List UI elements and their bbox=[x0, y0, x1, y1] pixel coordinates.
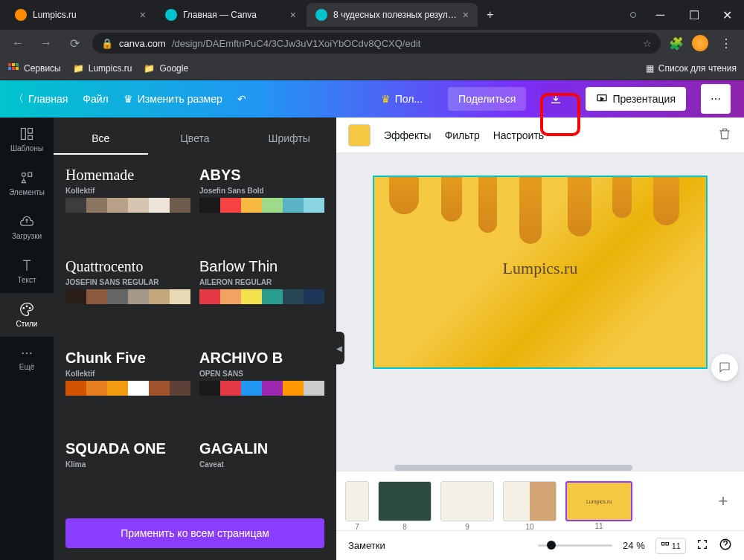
home-button[interactable]: 〈 Главная bbox=[13, 92, 68, 106]
star-icon[interactable]: ☆ bbox=[643, 38, 652, 49]
page-count: 11 bbox=[672, 541, 681, 550]
pages-thumbnails-strip: 7 8 9 10 Lumpics.ru11 + bbox=[336, 471, 744, 530]
canva-top-bar: 〈 Главная Файл ♛ Изменить размер ↶ ♛ Пол… bbox=[0, 80, 744, 118]
forward-button[interactable]: → bbox=[36, 33, 57, 54]
bookmark-lumpics[interactable]: 📁 Lumpics.ru bbox=[73, 63, 132, 74]
filter-button[interactable]: Фильтр bbox=[445, 129, 480, 141]
extensions-icon[interactable]: 🧩 bbox=[668, 35, 684, 51]
apps-icon bbox=[7, 62, 19, 74]
browser-tab-0[interactable]: Lumpics.ru × bbox=[6, 3, 155, 27]
style-card-2[interactable]: QuattrocentoJOSEFIN SANS REGULAR bbox=[65, 258, 190, 341]
reload-button[interactable]: ⟳ bbox=[64, 33, 85, 54]
fill-color-swatch[interactable] bbox=[348, 124, 371, 147]
zoom-value[interactable]: 24 % bbox=[623, 540, 645, 551]
page-thumb-10[interactable]: 10 bbox=[503, 481, 557, 521]
new-tab-button[interactable]: + bbox=[479, 5, 501, 25]
browser-tab-1[interactable]: Главная — Canva × bbox=[156, 3, 305, 27]
maximize-button[interactable]: ☐ bbox=[677, 0, 711, 30]
share-button[interactable]: Поделиться bbox=[448, 87, 526, 111]
list-icon: ▦ bbox=[646, 63, 654, 74]
close-icon[interactable]: × bbox=[290, 9, 296, 21]
horizontal-scrollbar[interactable] bbox=[357, 465, 731, 472]
effects-button[interactable]: Эффекты bbox=[384, 129, 432, 141]
tab-title: Lumpics.ru bbox=[33, 10, 134, 20]
bookmark-services[interactable]: Сервисы bbox=[7, 62, 61, 74]
page-number: 7 bbox=[355, 523, 359, 531]
sidebar-item-templates[interactable]: Шаблоны bbox=[0, 118, 54, 161]
page-thumb-9[interactable]: 9 bbox=[440, 481, 494, 521]
apply-all-button[interactable]: Применить ко всем страницам bbox=[65, 518, 324, 548]
tab-colors[interactable]: Цвета bbox=[148, 123, 243, 155]
design-page[interactable]: Lumpics.ru bbox=[373, 176, 708, 369]
style-card-5[interactable]: ARCHIVO BOPEN SANS bbox=[199, 350, 324, 432]
more-context-button[interactable]: ⋯ bbox=[557, 129, 568, 141]
tab-fonts[interactable]: Шрифты bbox=[242, 123, 336, 155]
comment-button[interactable] bbox=[711, 354, 738, 381]
bookmark-google[interactable]: 📁 Google bbox=[144, 63, 188, 74]
style-title: Barlow Thin bbox=[199, 258, 324, 275]
folder-icon: 📁 bbox=[73, 63, 84, 74]
address-bar[interactable]: 🔒 canva.com/design/DAEmftnPuC4/3CJw3uV1X… bbox=[92, 33, 661, 54]
sidebar-item-more[interactable]: ⋯ Ещё bbox=[0, 337, 54, 380]
style-card-7[interactable]: GAGALINCaveat bbox=[199, 440, 324, 505]
back-button[interactable]: ← bbox=[7, 33, 28, 54]
style-card-3[interactable]: Barlow ThinAILERON REGULAR bbox=[199, 258, 324, 341]
color-strip bbox=[65, 289, 190, 304]
style-title: Homemade bbox=[65, 167, 190, 184]
sidebar-item-text[interactable]: Текст bbox=[0, 249, 54, 293]
browser-tab-2[interactable]: 8 чудесных полезных результа × bbox=[307, 3, 478, 27]
style-title: Chunk Five bbox=[65, 350, 190, 367]
profile-avatar[interactable] bbox=[692, 35, 708, 51]
zoom-slider[interactable] bbox=[538, 544, 612, 547]
resize-button[interactable]: ♛ Изменить размер bbox=[124, 93, 222, 105]
close-icon[interactable]: × bbox=[140, 9, 146, 21]
adjust-button[interactable]: Настроить bbox=[493, 129, 544, 141]
lock-icon: 🔒 bbox=[101, 38, 113, 49]
sidebar-item-elements[interactable]: Элементы bbox=[0, 161, 54, 205]
scrollbar-thumb[interactable] bbox=[394, 465, 632, 471]
more-options-button[interactable]: ⋯ bbox=[701, 84, 731, 114]
trash-icon bbox=[717, 126, 732, 141]
svg-rect-11 bbox=[28, 173, 32, 176]
fullscreen-button[interactable] bbox=[696, 538, 708, 553]
style-subtitle: AILERON REGULAR bbox=[199, 278, 324, 286]
file-menu[interactable]: Файл bbox=[83, 93, 108, 105]
style-card-0[interactable]: HomemadeKollektif bbox=[65, 167, 190, 249]
undo-button[interactable]: ↶ bbox=[237, 93, 246, 105]
page-count-button[interactable]: 11 bbox=[655, 538, 686, 554]
present-icon bbox=[596, 93, 608, 105]
close-button[interactable]: ✕ bbox=[711, 0, 744, 30]
tab-search-icon[interactable] bbox=[630, 12, 636, 18]
notes-button[interactable]: Заметки bbox=[348, 540, 385, 551]
present-label: Презентация bbox=[612, 93, 676, 105]
help-button[interactable] bbox=[719, 538, 732, 553]
add-page-button[interactable]: + bbox=[711, 489, 735, 513]
page-thumb-11[interactable]: Lumpics.ru11 bbox=[565, 481, 632, 521]
style-card-4[interactable]: Chunk FiveKollektif bbox=[65, 350, 190, 432]
slider-thumb[interactable] bbox=[547, 541, 556, 550]
page-number: 8 bbox=[403, 523, 407, 531]
style-card-1[interactable]: ABYSJosefin Sans Bold bbox=[199, 167, 324, 249]
bookmark-label: Список для чтения bbox=[658, 63, 737, 74]
svg-rect-4 bbox=[12, 67, 15, 70]
style-subtitle: Kollektif bbox=[65, 370, 190, 378]
share-label: Поделиться bbox=[458, 93, 516, 105]
tab-all[interactable]: Все bbox=[54, 123, 148, 155]
page-heading[interactable]: Lumpics.ru bbox=[503, 259, 578, 278]
reading-list-button[interactable]: ▦ Список для чтения bbox=[646, 63, 737, 74]
download-button[interactable] bbox=[541, 84, 571, 114]
present-button[interactable]: Презентация bbox=[586, 87, 686, 111]
delete-button[interactable] bbox=[717, 126, 732, 144]
sidebar-item-styles[interactable]: Стили bbox=[0, 293, 54, 337]
styles-grid[interactable]: HomemadeKollektifABYSJosefin Sans BoldQu… bbox=[54, 161, 336, 511]
browser-menu-button[interactable]: ⋮ bbox=[716, 33, 737, 54]
premium-button[interactable]: ♛ Пол... bbox=[371, 87, 433, 111]
style-card-6[interactable]: SQUADA ONEKlima bbox=[65, 440, 190, 505]
sidebar-item-uploads[interactable]: Загрузки bbox=[0, 205, 54, 249]
page-thumb-8[interactable]: 8 bbox=[378, 481, 432, 521]
close-icon[interactable]: × bbox=[463, 9, 469, 21]
canvas-stage[interactable]: Lumpics.ru bbox=[336, 153, 744, 471]
minimize-button[interactable]: ─ bbox=[644, 0, 677, 30]
expand-icon bbox=[696, 538, 708, 550]
page-thumb-7[interactable]: 7 bbox=[345, 481, 369, 521]
